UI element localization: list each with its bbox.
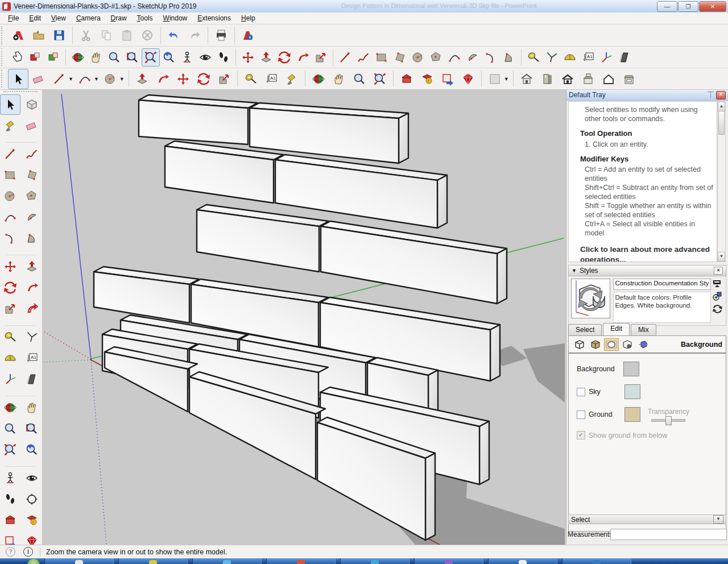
model-info-icon[interactable] [238,25,258,45]
background-color-swatch[interactable] [623,362,639,376]
save-model-icon[interactable] [49,25,69,45]
warehouse-get-icon[interactable] [396,69,417,89]
menu-help[interactable]: Help [237,13,260,23]
zoom-previous-icon[interactable] [22,439,42,460]
scroll-down-icon[interactable]: ▼ [718,252,725,262]
house-4-icon[interactable] [578,69,598,89]
taskbar-app-button[interactable] [414,558,483,564]
menu-draw[interactable]: Draw [106,13,131,23]
extension-warehouse-icon[interactable] [458,69,478,89]
freehand-icon[interactable] [354,48,373,67]
select-icon[interactable] [0,94,20,115]
taskbar-app-button[interactable] [488,558,557,564]
line-dropdown-icon[interactable]: ▼ [68,76,73,82]
tape-measure-icon[interactable] [241,69,261,89]
follow-me-icon[interactable] [22,277,42,298]
copy-icon[interactable] [96,25,117,45]
rotate-icon[interactable] [275,48,293,67]
taskbar-app-button[interactable] [44,558,114,564]
look-around-icon[interactable] [22,468,42,488]
redo-icon[interactable] [184,25,205,45]
pan-icon[interactable] [87,48,105,67]
push-pull-icon[interactable] [257,48,275,67]
windows-taskbar[interactable] [0,558,728,564]
dimension-icon[interactable] [543,48,561,67]
close-button[interactable]: ✕ [699,1,726,12]
tray-close-icon[interactable]: ✕ [716,91,726,99]
protractor-icon[interactable] [561,48,579,67]
taskbar-app-button[interactable] [266,558,336,564]
arc-3pt-icon[interactable] [482,48,500,67]
rotated-rectangle-icon[interactable] [22,165,42,185]
secondary-pane-icon[interactable] [713,280,722,288]
arc-icon[interactable] [0,207,20,227]
arc-3pt-icon[interactable] [0,228,20,248]
menu-view[interactable]: View [47,13,71,23]
paint-bucket-icon[interactable] [282,69,302,89]
taskbar-app-button[interactable] [118,558,188,564]
edge-settings-icon[interactable] [572,338,587,351]
position-camera-icon[interactable] [0,468,20,488]
walk-icon[interactable] [0,489,20,509]
background-settings-icon[interactable] [604,338,619,351]
rotate-icon[interactable] [0,277,20,298]
eraser-icon[interactable] [28,69,49,89]
restore-button[interactable]: ❐ [678,1,698,12]
styles-header[interactable]: ▼ Styles ✕ [568,265,726,276]
position-camera-icon[interactable] [178,48,196,67]
line-icon[interactable] [0,144,20,164]
minimize-button[interactable]: — [657,1,677,12]
move-icon[interactable] [0,256,20,277]
warehouse-share-icon[interactable] [437,69,458,89]
house-1-icon[interactable] [516,69,537,89]
freehand-icon[interactable] [22,144,42,164]
slider-thumb[interactable] [665,416,672,425]
tab-select[interactable]: Select [568,324,602,335]
pin-icon[interactable]: ⏉ [708,92,714,98]
erase-command-icon[interactable] [137,25,158,45]
zoom-icon[interactable] [105,48,123,67]
component-green-icon[interactable] [44,48,63,67]
arc-dropdown-icon[interactable]: ▼ [94,76,99,82]
tape-measure-icon[interactable] [0,327,20,347]
follow-me-icon[interactable] [293,48,312,67]
modeling-settings-icon[interactable] [636,338,651,351]
user-account-dropdown-icon[interactable]: ▼ [504,76,509,82]
info-icon[interactable]: i [23,547,33,557]
scale-icon[interactable] [0,298,20,319]
zoom-previous-icon[interactable] [160,48,178,67]
tab-mix[interactable]: Mix [631,324,656,335]
scale-icon[interactable] [312,48,330,67]
print-icon[interactable] [211,25,231,45]
zoom-window-icon[interactable] [123,48,142,67]
open-model-icon[interactable] [28,25,49,45]
ground-checkbox[interactable] [577,410,585,419]
house-5-icon[interactable] [598,69,619,89]
push-pull-icon[interactable] [132,69,152,89]
arc-icon[interactable] [75,69,95,89]
transparency-slider[interactable] [651,419,685,422]
start-orb-icon[interactable] [27,559,40,564]
dimension-icon[interactable] [22,327,42,347]
arc-sector-icon[interactable] [500,48,518,67]
scale-icon[interactable] [214,69,234,89]
select-hand-icon[interactable] [8,48,26,67]
polygon-icon[interactable] [22,186,42,206]
polygon-icon[interactable] [427,48,445,67]
style-name-input[interactable]: Construction Documentation Sty [613,279,712,290]
dropdown-arrow-icon[interactable]: ▼ [713,515,723,524]
user-account-icon[interactable] [485,69,505,89]
warehouse-rate-icon[interactable]: ! [22,510,42,530]
rotated-rectangle-icon[interactable] [391,48,409,67]
model-viewport[interactable] [43,90,566,545]
create-style-icon[interactable] [713,291,722,301]
new-model-icon[interactable] [8,25,28,45]
scroll-up-icon[interactable]: ▲ [718,102,725,111]
menu-window[interactable]: Window [159,13,192,23]
section-plane-icon[interactable] [22,369,42,389]
component-red-icon[interactable] [26,48,44,67]
measurements-input[interactable] [610,529,727,540]
axes-icon[interactable] [597,48,615,67]
face-settings-icon[interactable] [588,338,603,351]
circle-dropdown-icon[interactable]: ▼ [119,76,125,82]
